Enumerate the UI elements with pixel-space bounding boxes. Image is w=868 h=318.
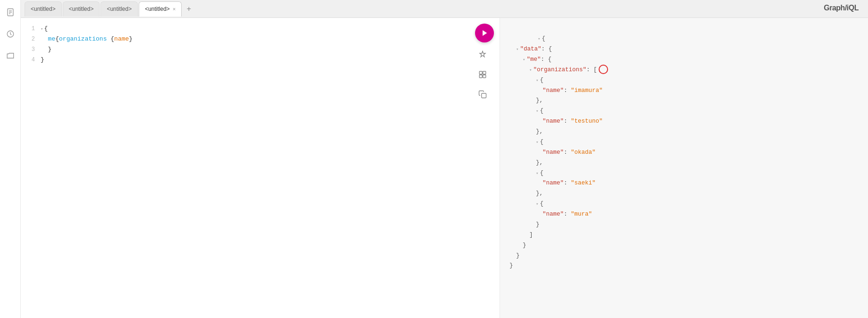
tab-4[interactable]: <untitled> ×	[139, 1, 182, 17]
svg-rect-9	[483, 75, 486, 78]
collapse-root[interactable]: ▾	[538, 37, 540, 42]
tab-add-button[interactable]: +	[183, 3, 195, 15]
svg-rect-7	[483, 71, 486, 74]
tab-1[interactable]: <untitled>	[25, 1, 62, 17]
svg-rect-8	[479, 75, 482, 78]
sidebar	[0, 0, 21, 318]
collapse-item-3[interactable]: ▾	[536, 140, 538, 145]
run-button[interactable]	[475, 24, 494, 42]
svg-rect-10	[482, 93, 486, 98]
tabs-bar: <untitled> <untitled> <untitled> <untitl…	[21, 0, 868, 18]
tab-3[interactable]: <untitled>	[100, 1, 138, 17]
code-line-2: 2 me{organizations {name}	[28, 34, 492, 44]
collapse-me[interactable]: ▾	[523, 58, 525, 62]
collapse-item-2[interactable]: ▾	[536, 109, 538, 114]
brand-label: Graph/iQL	[824, 4, 859, 12]
code-editor[interactable]: 1 ▾{ 2 me{organizations {name} 3 }	[21, 24, 500, 65]
tab-2-label: <untitled>	[69, 6, 94, 12]
collapse-item-1[interactable]: ▾	[536, 78, 538, 83]
content-area: 1 ▾{ 2 me{organizations {name} 3 }	[21, 18, 868, 318]
history-icon[interactable]	[4, 27, 17, 41]
collapse-item-5[interactable]: ▾	[536, 202, 538, 207]
main-panel: <untitled> <untitled> <untitled> <untitl…	[21, 0, 868, 318]
merge-button[interactable]	[475, 67, 490, 82]
svg-marker-5	[483, 30, 487, 36]
json-output: ▾{ ▾"data": { ▾"me": { ▾"organizations":…	[500, 24, 868, 282]
tab-2[interactable]: <untitled>	[63, 1, 100, 17]
collapse-organizations[interactable]: ▾	[529, 68, 532, 73]
prettify-button[interactable]	[475, 47, 490, 62]
tab-4-close[interactable]: ×	[173, 7, 175, 12]
tab-4-label: <untitled>	[145, 6, 170, 12]
document-icon[interactable]	[4, 6, 17, 19]
collapse-data[interactable]: ▾	[516, 47, 518, 52]
copy-button[interactable]	[475, 87, 490, 102]
response-pane: ▾{ ▾"data": { ▾"me": { ▾"organizations":…	[500, 18, 868, 318]
tab-1-label: <untitled>	[31, 6, 56, 12]
code-line-3: 3 }	[28, 44, 492, 55]
tab-3-label: <untitled>	[107, 6, 132, 12]
svg-rect-6	[479, 71, 482, 74]
collapse-item-4[interactable]: ▾	[536, 171, 538, 176]
code-line-1: 1 ▾{	[28, 24, 492, 34]
annotation-circle	[599, 65, 608, 74]
editor-pane[interactable]: 1 ▾{ 2 me{organizations {name} 3 }	[21, 18, 500, 318]
code-line-4: 4 }	[28, 55, 492, 65]
editor-toolbar	[475, 24, 494, 102]
folder-icon[interactable]	[4, 49, 17, 62]
